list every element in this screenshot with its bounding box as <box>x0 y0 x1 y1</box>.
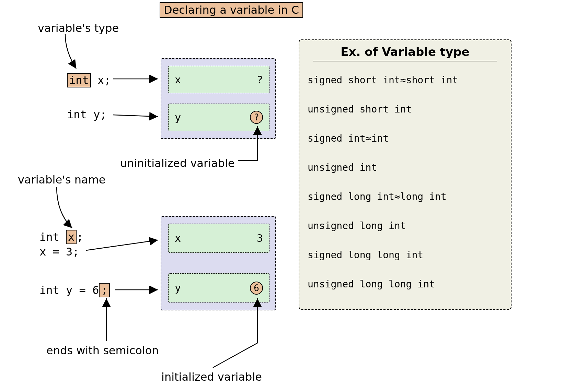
type-item-7: unsigned long long int <box>306 270 504 299</box>
memory-cell-x1: x ? <box>168 66 269 93</box>
diagram-title: Declaring a variable in C <box>160 2 303 18</box>
memory-cell-x2-value: 3 <box>257 232 263 244</box>
highlight-semicolon: ; <box>99 283 110 297</box>
code-int-x: int x; <box>67 73 111 87</box>
types-panel-title: Ex. of Variable type <box>313 45 497 61</box>
code-x-assign: x = 3; <box>39 245 79 258</box>
type-item-5: unsigned long int <box>306 211 504 240</box>
memory-block-2: x 3 y 6 <box>161 216 276 310</box>
memory-cell-y1: y ? <box>168 104 269 131</box>
memory-cell-x2: x 3 <box>168 224 269 253</box>
code-int-x-decl: int x; <box>39 230 83 244</box>
label-semicolon: ends with semicolon <box>46 344 159 357</box>
type-item-0: signed short int≈short int <box>306 66 504 95</box>
label-variable-name: variable's name <box>18 173 105 186</box>
types-panel: Ex. of Variable type signed short int≈sh… <box>299 39 512 310</box>
svg-line-2 <box>86 240 158 250</box>
type-item-1: unsigned short int <box>306 95 504 124</box>
label-uninitialized: uninitialized variable <box>120 157 235 170</box>
code-int-y: int y; <box>67 108 107 121</box>
memory-block-1: x ? y ? <box>161 58 276 139</box>
memory-cell-y2: y 6 <box>168 273 269 302</box>
type-item-3: unsigned int <box>306 153 504 182</box>
svg-line-1 <box>113 115 158 117</box>
label-variable-type: variable's type <box>38 22 119 35</box>
init-value-marker: 6 <box>250 282 263 295</box>
type-item-4: signed long int≈long int <box>306 182 504 211</box>
code-int-y-init: int y = 6; <box>39 283 110 297</box>
label-initialized: initialized variable <box>161 370 262 383</box>
type-item-2: signed int≈int <box>306 124 504 153</box>
type-item-6: signed long long int <box>306 240 504 270</box>
highlight-var-name: x <box>66 230 77 244</box>
uninit-value-marker: ? <box>250 111 263 124</box>
memory-cell-x1-value: ? <box>257 74 263 86</box>
highlight-int-keyword: int <box>67 73 91 87</box>
